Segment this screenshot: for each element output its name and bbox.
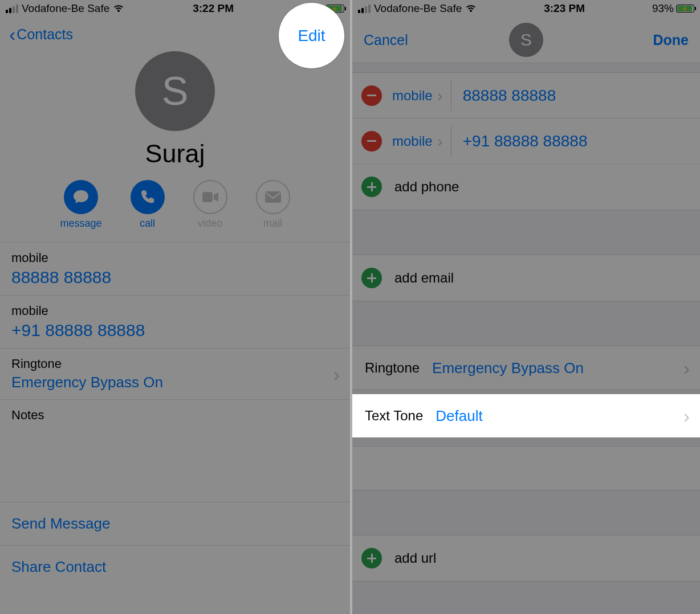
action-label: mail	[263, 218, 282, 230]
add-icon	[361, 268, 382, 288]
phone-label: mobile	[11, 304, 339, 318]
phone-row[interactable]: mobile 88888 88888	[0, 243, 350, 296]
notes-row[interactable]: Notes	[0, 400, 350, 502]
phone-type[interactable]: mobile	[392, 133, 433, 149]
texttone-value: Default	[436, 407, 482, 425]
phone-number-field[interactable]: +91 88888 88888	[463, 132, 588, 150]
avatar[interactable]: S	[509, 23, 543, 57]
add-phone-row[interactable]: add phone	[352, 164, 700, 210]
send-message-link[interactable]: Send Message	[0, 502, 350, 546]
texttone-row[interactable]: Text Tone Default	[352, 394, 700, 437]
edit-button[interactable]: Edit	[279, 3, 344, 68]
wifi-icon	[113, 4, 124, 13]
add-icon	[361, 177, 382, 197]
ringtone-value: Emergency Bypass On	[432, 359, 584, 377]
phone-edit-row[interactable]: mobile › +91 88888 88888	[352, 118, 700, 164]
avatar: S	[135, 51, 215, 131]
signal-icon	[358, 5, 371, 13]
back-button[interactable]: ‹ Contacts	[9, 24, 73, 44]
action-label: video	[198, 218, 222, 230]
ringtone-label: Ringtone	[11, 357, 339, 371]
message-button[interactable]: message	[60, 180, 101, 230]
video-icon	[193, 180, 227, 214]
message-icon	[64, 180, 98, 214]
mail-button[interactable]: mail	[256, 180, 290, 230]
signal-icon	[6, 5, 18, 13]
notes-label: Notes	[11, 408, 339, 423]
remove-icon[interactable]	[361, 85, 382, 106]
phone-edit-row[interactable]: mobile › 88888 88888	[352, 73, 700, 118]
svg-rect-0	[202, 192, 213, 202]
phone-label: mobile	[11, 251, 339, 265]
chevron-right-icon: ›	[437, 86, 443, 105]
phone-number: 88888 88888	[11, 268, 339, 287]
share-contact-link[interactable]: Share Contact	[0, 546, 350, 588]
add-url-row[interactable]: add url	[352, 535, 700, 581]
svg-rect-1	[265, 191, 281, 203]
phone-number-field[interactable]: 88888 88888	[463, 87, 556, 105]
texttone-label: Text Tone	[365, 408, 423, 424]
clock-label: 3:23 PM	[477, 2, 652, 15]
cancel-button[interactable]: Cancel	[364, 32, 408, 48]
back-label: Contacts	[17, 26, 73, 43]
wifi-icon	[465, 4, 477, 13]
contact-name: Suraj	[145, 139, 205, 169]
phone-type[interactable]: mobile	[392, 88, 433, 104]
carrier-label: Vodafone-Be Safe	[374, 2, 462, 15]
ringtone-label: Ringtone	[365, 360, 420, 376]
add-email-label: add email	[394, 270, 454, 286]
phone-icon	[131, 180, 165, 214]
battery-pct: 93%	[652, 2, 674, 15]
ringtone-value: Emergency Bypass On	[11, 374, 339, 391]
add-url-label: add url	[394, 550, 436, 566]
ringtone-row[interactable]: Ringtone Emergency Bypass On	[0, 349, 350, 400]
edit-label: Edit	[298, 27, 325, 45]
done-button[interactable]: Done	[653, 32, 689, 48]
action-label: message	[60, 218, 101, 230]
phone-number: +91 88888 88888	[11, 321, 339, 340]
ringtone-row[interactable]: Ringtone Emergency Bypass On	[352, 346, 700, 390]
phone-row[interactable]: mobile +91 88888 88888	[0, 296, 350, 349]
call-button[interactable]: call	[131, 180, 165, 230]
action-label: call	[140, 218, 155, 230]
chevron-left-icon: ‹	[9, 24, 15, 44]
add-phone-label: add phone	[394, 179, 459, 195]
add-icon	[361, 548, 382, 568]
clock-label: 3:22 PM	[124, 2, 302, 15]
video-button[interactable]: video	[193, 180, 227, 230]
battery-icon: ⚡	[676, 5, 694, 13]
remove-icon[interactable]	[361, 131, 382, 152]
mail-icon	[256, 180, 290, 214]
chevron-right-icon: ›	[437, 132, 443, 151]
add-email-row[interactable]: add email	[352, 255, 700, 301]
carrier-label: Vodafone-Be Safe	[22, 2, 109, 15]
